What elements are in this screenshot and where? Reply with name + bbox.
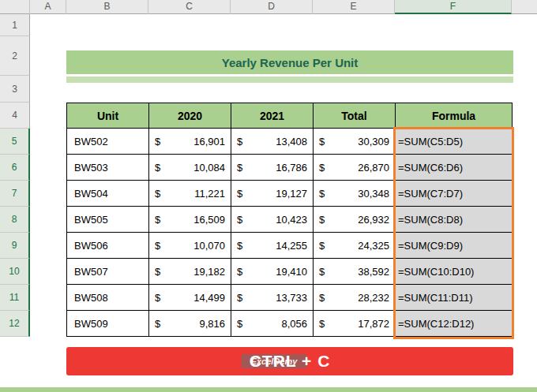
table-header-2020[interactable]: 2020 (149, 103, 231, 129)
unit-cell[interactable]: BW504 (67, 181, 149, 207)
amount-value: 16,509 (193, 214, 225, 226)
table-row: BW505$16,509$10,423$26,932=SUM(C8:D8) (67, 207, 513, 233)
table-row: BW502$16,901$13,408$30,309=SUM(C5:D5) (67, 129, 513, 155)
amount-cell[interactable]: $13,408 (231, 129, 314, 155)
amount-cell[interactable]: $26,932 (314, 207, 396, 233)
amount-cell[interactable]: $38,592 (314, 259, 396, 285)
title-banner-underline (66, 77, 513, 83)
amount-value: 13,733 (276, 292, 307, 304)
unit-cell[interactable]: BW506 (67, 233, 149, 259)
amount-cell[interactable]: $10,423 (231, 207, 314, 233)
formula-cell[interactable]: =SUM(C5:D5) (396, 129, 513, 155)
amount-value: 30,348 (358, 188, 389, 200)
formula-cell[interactable]: =SUM(C6:D6) (396, 155, 513, 181)
row-header-1[interactable]: 1 (0, 14, 30, 36)
formula-cell[interactable]: =SUM(C9:D9) (396, 233, 513, 259)
table-header-row: Unit20202021TotalFormula (67, 103, 513, 129)
column-header-D[interactable]: D (231, 0, 313, 14)
amount-cell[interactable]: $19,410 (231, 259, 314, 285)
column-header-E[interactable]: E (313, 0, 395, 14)
currency-symbol: $ (155, 162, 160, 174)
unit-cell[interactable]: BW503 (67, 155, 149, 181)
unit-cell[interactable]: BW505 (67, 207, 149, 233)
row-header-12[interactable]: 12 (0, 311, 30, 337)
row-header-10[interactable]: 10 (0, 259, 30, 285)
amount-cell[interactable]: $14,255 (231, 233, 314, 259)
amount-value: 24,325 (358, 240, 389, 252)
amount-value: 26,932 (358, 214, 389, 226)
row-header-8[interactable]: 8 (0, 207, 30, 233)
amount-value: 11,221 (194, 188, 225, 200)
row-headers: 123456789101112 (0, 0, 30, 392)
currency-symbol: $ (319, 136, 325, 147)
currency-symbol: $ (155, 266, 160, 278)
amount-cell[interactable]: $10,084 (149, 155, 231, 181)
unit-cell[interactable]: BW502 (67, 129, 149, 155)
amount-value: 26,870 (358, 162, 389, 174)
table-row: BW508$14,499$13,733$28,232=SUM(C11:D11) (67, 285, 513, 311)
amount-cell[interactable]: $13,733 (231, 285, 314, 311)
amount-cell[interactable]: $10,070 (149, 233, 231, 259)
amount-value: 19,410 (276, 266, 307, 278)
currency-symbol: $ (155, 188, 160, 200)
unit-cell[interactable]: BW508 (67, 285, 149, 311)
formula-cell[interactable]: =SUM(C10:D10) (396, 259, 513, 285)
amount-cell[interactable]: $16,786 (231, 155, 314, 181)
table-header-unit[interactable]: Unit (67, 103, 149, 129)
unit-cell[interactable]: BW507 (67, 259, 149, 285)
amount-cell[interactable]: $11,221 (149, 181, 231, 207)
column-header-B[interactable]: B (66, 0, 148, 14)
sheet-title: Yearly Revenue Per Unit (222, 56, 359, 69)
amount-cell[interactable]: $30,348 (314, 181, 396, 207)
spreadsheet: ABCDEF 123456789101112 Yearly Revenue Pe… (0, 0, 537, 392)
currency-symbol: $ (319, 188, 325, 200)
formula-cell[interactable]: =SUM(C12:D12) (396, 311, 513, 337)
unit-cell[interactable]: BW509 (67, 311, 149, 337)
column-header-C[interactable]: C (148, 0, 231, 14)
formula-cell[interactable]: =SUM(C7:D7) (396, 181, 513, 207)
ctrl-c-shortcut-button[interactable]: ExcelDemy CTRL + C (66, 347, 513, 375)
amount-cell[interactable]: $24,325 (314, 233, 396, 259)
amount-value: 16,901 (193, 136, 225, 147)
column-header-F[interactable]: F (395, 0, 512, 14)
amount-cell[interactable]: $16,509 (149, 207, 231, 233)
amount-cell[interactable]: $26,870 (314, 155, 396, 181)
table-header-total[interactable]: Total (314, 103, 396, 129)
row-header-6[interactable]: 6 (0, 155, 30, 181)
currency-symbol: $ (319, 214, 325, 226)
currency-symbol: $ (155, 136, 160, 147)
amount-cell[interactable]: $14,499 (149, 285, 231, 311)
row-header-2[interactable]: 2 (0, 36, 30, 76)
formula-cell[interactable]: =SUM(C11:D11) (396, 285, 513, 311)
table-header-formula[interactable]: Formula (396, 103, 513, 129)
amount-value: 10,084 (193, 162, 225, 174)
amount-cell[interactable]: $9,816 (149, 311, 231, 337)
row-header-3[interactable]: 3 (0, 76, 30, 103)
amount-cell[interactable]: $30,309 (314, 129, 396, 155)
amount-cell[interactable]: $17,872 (314, 311, 396, 337)
currency-symbol: $ (155, 214, 160, 226)
row-header-9[interactable]: 9 (0, 233, 30, 259)
row-header-11[interactable]: 11 (0, 285, 30, 311)
currency-symbol: $ (237, 214, 242, 226)
formula-cell[interactable]: =SUM(C8:D8) (396, 207, 513, 233)
amount-value: 14,499 (193, 292, 225, 304)
amount-cell[interactable]: $8,056 (231, 311, 314, 337)
amount-value: 17,872 (358, 318, 389, 330)
amount-cell[interactable]: $28,232 (314, 285, 396, 311)
table-row: BW504$11,221$19,127$30,348=SUM(C7:D7) (67, 181, 513, 207)
currency-symbol: $ (237, 266, 242, 278)
row-header-5[interactable]: 5 (0, 129, 30, 155)
row-header-7[interactable]: 7 (0, 181, 30, 207)
amount-cell[interactable]: $19,127 (231, 181, 314, 207)
currency-symbol: $ (237, 162, 242, 174)
title-banner[interactable]: Yearly Revenue Per Unit (66, 50, 513, 74)
row-header-4[interactable]: 4 (0, 103, 30, 129)
amount-cell[interactable]: $19,182 (149, 259, 231, 285)
column-header-A[interactable]: A (30, 0, 66, 14)
currency-symbol: $ (319, 266, 325, 278)
amount-value: 30,309 (358, 136, 389, 147)
table-row: BW509$9,816$8,056$17,872=SUM(C12:D12) (67, 311, 513, 337)
table-header-2021[interactable]: 2021 (231, 103, 314, 129)
amount-cell[interactable]: $16,901 (149, 129, 231, 155)
